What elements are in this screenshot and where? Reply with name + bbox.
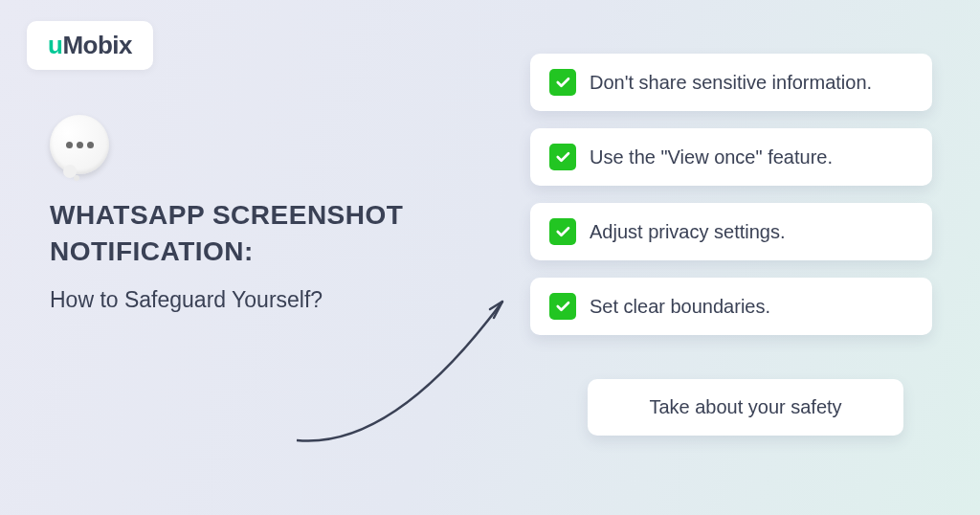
- tip-card: Use the "View once" feature.: [530, 128, 932, 186]
- tip-card: Adjust privacy settings.: [530, 203, 932, 260]
- logo-prefix: u: [48, 31, 62, 59]
- logo-box: uMobix: [27, 21, 153, 70]
- cta-card: Take about your safety: [588, 379, 903, 436]
- dots-icon: [66, 142, 94, 148]
- speech-bubble-icon: [50, 115, 109, 174]
- tip-text: Don't share sensitive information.: [590, 72, 872, 94]
- check-icon: [549, 218, 576, 245]
- check-icon: [549, 69, 576, 96]
- tip-text: Adjust privacy settings.: [590, 221, 786, 243]
- tip-card: Don't share sensitive information.: [530, 54, 932, 111]
- logo: uMobix: [48, 31, 132, 59]
- cta-text: Take about your safety: [649, 396, 841, 417]
- arrow-icon: [278, 287, 526, 450]
- main-title: WHATSAPP SCREENSHOT NOTIFICATION:: [50, 197, 452, 270]
- tip-card: Set clear boundaries.: [530, 278, 932, 335]
- logo-suffix: Mobix: [62, 31, 132, 59]
- tip-text: Use the "View once" feature.: [590, 146, 833, 168]
- tip-text: Set clear boundaries.: [590, 296, 770, 318]
- tips-column: Don't share sensitive information. Use t…: [530, 54, 932, 436]
- check-icon: [549, 144, 576, 170]
- check-icon: [549, 293, 576, 320]
